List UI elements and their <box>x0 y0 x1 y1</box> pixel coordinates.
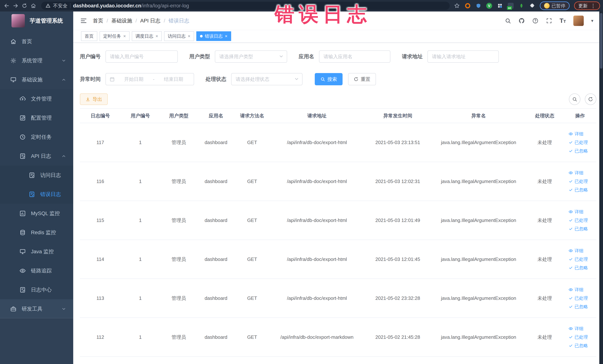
extension-green-v-icon[interactable]: V <box>486 3 492 9</box>
mark-ignored-link[interactable]: 已忽略 <box>568 265 588 271</box>
filter-request-url: 请求地址 <box>402 50 499 63</box>
mark-processed-link[interactable]: 已处理 <box>568 217 588 223</box>
detail-link[interactable]: 详细 <box>568 170 583 176</box>
close-icon[interactable]: × <box>188 34 190 38</box>
breadcrumb-home[interactable]: 首页 <box>93 17 103 24</box>
extension-orange-ring-icon[interactable] <box>464 3 471 9</box>
help-icon[interactable] <box>532 18 538 24</box>
col-request-url: 请求地址 <box>270 108 364 123</box>
sidebar-item-mysql-monitor[interactable]: MySQL 监控 <box>0 204 73 223</box>
mark-processed-link[interactable]: 已处理 <box>568 140 588 145</box>
chevron-up-icon <box>61 154 66 159</box>
sidebar-item-file-management[interactable]: 文件管理 <box>0 89 73 108</box>
tab-scheduled-tasks[interactable]: 定时任务 × <box>100 31 129 41</box>
browser-reload-icon[interactable] <box>21 2 28 10</box>
sidebar-item-log-center[interactable]: 日志中心 <box>0 280 73 299</box>
sidebar-item-dev-tools[interactable]: 研发工具 <box>0 299 73 318</box>
check-icon <box>568 343 573 348</box>
check-icon <box>568 305 573 309</box>
tab-dispatch-log[interactable]: 调度日志 × <box>132 31 162 41</box>
user-id-input[interactable] <box>105 50 178 63</box>
sidebar-item-java-monitor[interactable]: Java 监控 <box>0 242 73 261</box>
detail-link[interactable]: 详细 <box>568 326 583 331</box>
detail-link[interactable]: 详细 <box>568 287 583 293</box>
exception-time-range-picker[interactable]: 开始日期 - 结束日期 <box>105 73 194 85</box>
bookmark-star-icon[interactable] <box>454 3 460 9</box>
breadcrumb-infrastructure[interactable]: 基础设施 <box>111 17 132 24</box>
mark-ignored-link[interactable]: 已忽略 <box>568 226 588 232</box>
close-icon[interactable]: × <box>123 34 126 38</box>
paused-badge[interactable]: 已暂停 <box>540 1 570 10</box>
extensions-puzzle-icon[interactable] <box>529 3 535 9</box>
sidebar-item-access-log[interactable]: 访问日志 <box>0 165 73 185</box>
browser-menu-icon[interactable]: ⋮ <box>591 3 596 9</box>
download-icon <box>85 97 90 102</box>
calendar-icon <box>110 77 115 82</box>
browser-home-icon[interactable] <box>30 2 37 10</box>
font-size-icon[interactable]: TT <box>560 17 566 24</box>
user-avatar[interactable] <box>573 16 584 26</box>
user-type-select[interactable] <box>215 50 287 63</box>
toggle-search-button[interactable] <box>569 94 580 105</box>
table-row: 114 1 管理员 dashboard GET /api/infra/db-do… <box>80 240 596 279</box>
reset-button[interactable]: 重置 <box>348 73 376 85</box>
url-host: dashboard.yudao.iocoder.cn <box>73 3 141 9</box>
sidebar-item-scheduled-tasks[interactable]: 定时任务 <box>0 127 73 146</box>
extension-on-badge-icon[interactable]: on <box>508 3 514 9</box>
app-name-input[interactable] <box>319 50 390 63</box>
tab-error-log[interactable]: 错误日志 × <box>196 31 231 41</box>
sidebar-item-redis-monitor[interactable]: Redis 监控 <box>0 223 73 242</box>
detail-link[interactable]: 详细 <box>568 209 583 215</box>
mark-processed-link[interactable]: 已处理 <box>568 295 588 301</box>
sidebar-item-error-log[interactable]: 错误日志 <box>0 185 73 204</box>
sidebar-toggle-icon[interactable] <box>80 17 87 24</box>
sidebar-item-system-management[interactable]: 系统管理 <box>0 51 73 70</box>
chevron-down-icon <box>61 306 66 311</box>
refresh-icon <box>354 77 359 82</box>
export-button[interactable]: 导出 <box>80 94 108 105</box>
mark-ignored-link[interactable]: 已忽略 <box>568 343 588 349</box>
refresh-table-button[interactable] <box>585 94 596 105</box>
extension-leaf-icon[interactable] <box>518 3 525 9</box>
extension-grid-icon[interactable] <box>497 3 503 9</box>
breadcrumb-separator: / <box>136 18 137 24</box>
scrollbar-thumb[interactable] <box>600 13 603 69</box>
sidebar-item-trace[interactable]: 链路追踪 <box>0 261 73 280</box>
tab-access-log[interactable]: 访问日志 × <box>164 31 194 41</box>
breadcrumb-api-log[interactable]: API 日志 <box>140 17 161 24</box>
close-icon[interactable]: × <box>156 34 158 38</box>
mark-ignored-link[interactable]: 已忽略 <box>568 187 588 193</box>
mark-ignored-link[interactable]: 已忽略 <box>568 304 588 310</box>
browser-back-icon[interactable] <box>3 2 10 10</box>
mark-ignored-link[interactable]: 已忽略 <box>568 148 588 154</box>
table-header: 日志编号 用户编号 用户类型 应用名 请求方法名 请求地址 异常发生时间 异常名… <box>80 108 596 123</box>
mark-processed-link[interactable]: 已处理 <box>568 256 588 262</box>
browser-forward-icon[interactable] <box>12 2 19 10</box>
address-bar[interactable]: 不安全 dashboard.yudao.iocoder.cn/infra/log… <box>41 2 450 10</box>
sidebar-item-infrastructure[interactable]: 基础设施 <box>0 70 73 89</box>
sidebar-logo[interactable]: 芋道管理系统 <box>0 12 73 30</box>
extension-shield-icon[interactable] <box>475 3 482 9</box>
detail-link[interactable]: 详细 <box>568 248 583 254</box>
github-icon[interactable] <box>519 18 525 24</box>
briefcase-icon <box>10 306 16 312</box>
request-url-input[interactable] <box>428 50 499 63</box>
active-tab-dot <box>200 35 203 37</box>
tab-home[interactable]: 首页 <box>81 31 97 41</box>
sidebar-item-home[interactable]: 首页 <box>0 32 73 51</box>
close-icon[interactable]: × <box>225 34 227 38</box>
sidebar-item-config-management[interactable]: 配置管理 <box>0 108 73 127</box>
process-status-select[interactable] <box>231 73 302 85</box>
search-button[interactable]: 搜索 <box>315 73 343 85</box>
avatar-dropdown-icon[interactable]: ▾ <box>591 18 593 23</box>
detail-link[interactable]: 详细 <box>568 131 583 137</box>
browser-update-button[interactable]: 更新 ⋮ <box>574 1 600 10</box>
table-row: 115 1 管理员 dashboard GET /api/infra/db-do… <box>80 201 596 240</box>
mark-processed-link[interactable]: 已处理 <box>568 178 588 184</box>
col-process-status: 处理状态 <box>525 108 564 123</box>
mark-processed-link[interactable]: 已处理 <box>568 334 588 340</box>
fullscreen-icon[interactable] <box>546 18 552 24</box>
search-icon[interactable] <box>505 18 511 24</box>
check-icon <box>568 179 573 184</box>
sidebar-item-api-log[interactable]: API 日志 <box>0 146 73 165</box>
